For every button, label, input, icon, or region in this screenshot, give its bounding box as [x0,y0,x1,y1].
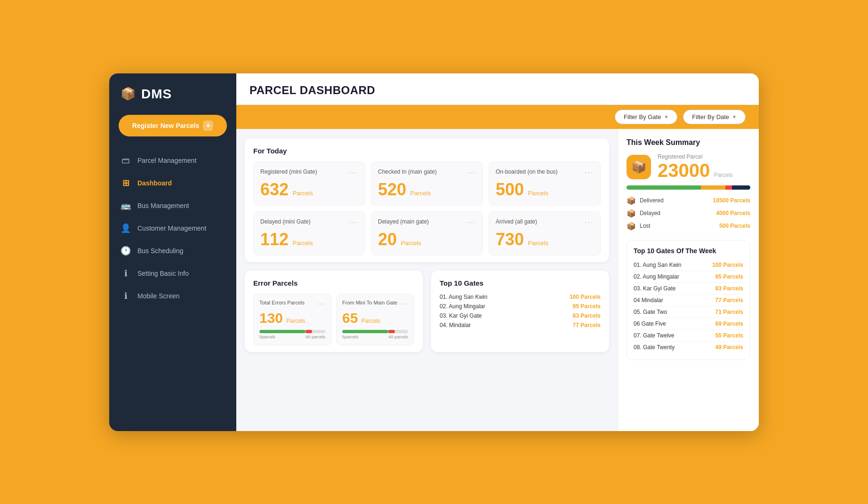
lost-icon: 📦 [627,222,636,231]
stat-label-1: Checked In (main gate) [378,168,437,175]
tg-value-5: 69 Parcels [715,320,743,327]
top10-gates-panel-list: 01. Aung San Kwin 100 Parcels 02. Aung M… [634,259,743,353]
tg-name-0: 01. Aung San Kwin [634,262,681,268]
error-card-total: Total Errors Parcels ··· 130 Parcels [253,294,331,345]
lost-value: 500 Parcels [719,223,750,229]
sidebar-item-parcel-management[interactable]: 🗃 Parcel Management [109,150,236,172]
gate-value-1: 95 Parcels [573,303,601,310]
dashboard-main: For Today Registered (mini Gate) ··· 632… [236,129,618,431]
stat-label-3: Delayed (mini Gate) [260,218,311,225]
stat-dots-5[interactable]: ··· [585,218,594,227]
tg-value-4: 71 Parcels [715,309,743,315]
tg-value-0: 100 Parcels [712,262,743,268]
tg-value-1: 95 Parcels [715,273,743,280]
stat-dots-0[interactable]: ··· [349,168,358,177]
filter-date-arrow: ▼ [732,114,737,120]
tg-row-4: 05. Gate Two 71 Parcels [634,306,743,318]
bus-scheduling-icon: 🕐 [121,246,131,256]
error-dots-1[interactable]: ··· [399,300,408,308]
dashboard-icon: ⊞ [121,178,131,188]
tg-row-5: 06 Gate Five 69 Parcels [634,318,743,330]
sidebar-item-label-mobile-screen: Mobile Screen [137,292,180,300]
sidebar-nav: 🗃 Parcel Management ⊞ Dashboard 🚌 Bus Ma… [109,150,236,307]
right-panel: This Week Summary 📦 Registered Parcel 23… [618,129,759,431]
sidebar-item-setting-basic-info[interactable]: ℹ Setting Basic Info [109,262,236,285]
main-content: PARCEL DASHBOARD Filter By Gate ▼ Filter… [236,73,759,431]
gate-name-3: 04. Mindalar [440,322,471,328]
sidebar-item-bus-management[interactable]: 🚌 Bus Management [109,194,236,217]
register-btn-label: Register New Parcels [132,122,199,129]
legend-delivered: 📦 Delivered 18500 Parcels [627,196,750,205]
orange-bar: Filter By Gate ▼ Filter By Date ▼ [236,105,759,129]
stat-value-3: 112 [260,230,289,249]
tg-row-1: 02. Aung Mingalar 95 Parcels [634,271,743,283]
stat-card-onboarded: On-boarded (on the bus) ··· 500 Parcels [489,161,601,206]
sidebar-logo: 📦 DMS [109,87,236,115]
registered-value: 23000 [658,160,710,181]
stat-dots-2[interactable]: ··· [585,168,594,177]
stat-card-arrived: Arrived (all gate) ··· 730 Parcels [489,211,601,256]
error-value-1: 65 [342,310,358,326]
gate-name-1: 02. Aung Mingalar [440,303,485,310]
stat-label-2: On-boarded (on the bus) [496,168,557,175]
error-unit-0: Parcels [287,318,305,324]
sidebar-item-label-bus-management: Bus Management [137,202,189,209]
today-stats-grid: Registered (mini Gate) ··· 632 Parcels C… [253,161,601,256]
sidebar-item-dashboard[interactable]: ⊞ Dashboard [109,172,236,194]
stat-card-checked-in: Checked In (main gate) ··· 520 Parcels [371,161,483,206]
sidebar-item-mobile-screen[interactable]: ℹ Mobile Screen [109,285,236,307]
error-label-1: From Mini To Main Gate [342,300,397,308]
summary-legend: 📦 Delivered 18500 Parcels 📦 Delayed 4000… [627,196,750,231]
delivered-icon: 📦 [627,196,636,205]
error-value-0: 130 [259,310,283,326]
filter-by-date-button[interactable]: Filter By Date ▼ [683,110,746,124]
customer-management-icon: 👤 [121,223,131,233]
stat-dots-4[interactable]: ··· [467,218,476,227]
stat-value-5: 730 [496,230,524,249]
summary-top: 📦 Registered Parcel 23000 Parcels [627,153,750,181]
bar-delivered [627,185,701,190]
error-progress-0: 5parcels 60 parcels [259,330,325,339]
stat-label-5: Arrived (all gate) [496,218,537,225]
stat-value-0: 632 [260,180,289,199]
bar-lost [725,185,731,190]
sidebar-item-bus-scheduling[interactable]: 🕐 Bus Scheduling [109,240,236,262]
register-new-parcels-button[interactable]: Register New Parcels + [119,115,227,136]
summary-parcel-icon: 📦 [627,155,651,179]
today-section: For Today Registered (mini Gate) ··· 632… [245,138,609,262]
tg-value-7: 49 Parcels [715,344,743,351]
gate-row-3: 04. Mindalar 77 Parcels [440,322,601,328]
stat-label-0: Registered (mini Gate) [260,168,317,175]
error-bar-right-1: 60 parcels [388,335,408,339]
top10-gates-panel-title: Top 10 Gates Of The Week [634,247,743,255]
delayed-label: Delayed [640,210,660,216]
tg-name-3: 04 Mindalar [634,297,663,304]
tg-name-2: 03. Kar Gyi Gate [634,285,675,292]
bus-management-icon: 🚌 [121,200,131,211]
stat-dots-1[interactable]: ··· [467,168,476,177]
gate-row-2: 03. Kar Gyi Gate 83 Parcels [440,312,601,319]
tg-name-7: 08. Gate Twenty [634,344,675,351]
legend-delayed: 📦 Delayed 4000 Parcels [627,209,750,218]
stat-unit-0: Parcels [293,190,313,197]
top10-gates-main-section: Top 10 Gates 01. Aung San Kwin 100 Parce… [431,271,609,352]
gate-value-0: 100 Parcels [570,294,601,300]
filter-by-gate-button[interactable]: Filter By Gate ▼ [615,110,677,124]
tg-name-4: 05. Gate Two [634,309,667,315]
stat-card-registered-mini: Registered (mini Gate) ··· 632 Parcels [253,161,365,206]
tg-row-7: 08. Gate Twenty 49 Parcels [634,342,743,353]
stat-unit-5: Parcels [528,240,548,247]
error-dots-0[interactable]: ··· [316,300,325,308]
sidebar-item-label-parcel-management: Parcel Management [137,157,196,164]
error-cards-grid: Total Errors Parcels ··· 130 Parcels [253,294,414,345]
sidebar-item-customer-management[interactable]: 👤 Customer Management [109,217,236,240]
logo-icon: 📦 [121,87,136,101]
delivered-label: Delivered [640,197,664,204]
error-section-title: Error Parcels [253,279,414,287]
error-bar-left-0: 5parcels [259,335,275,339]
sidebar-item-label-bus-scheduling: Bus Scheduling [137,247,183,255]
stat-dots-3[interactable]: ··· [349,218,358,227]
sidebar-item-label-dashboard: Dashboard [137,179,172,187]
stat-card-delayed-main: Delayed (main gate) ··· 20 Parcels [371,211,483,256]
setting-basic-info-icon: ℹ [121,268,131,279]
